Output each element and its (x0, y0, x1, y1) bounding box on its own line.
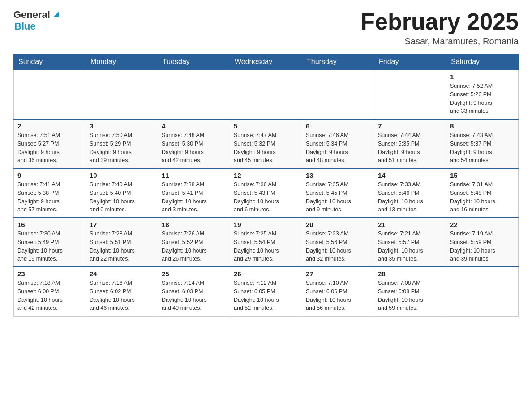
day-info: Sunrise: 7:51 AM Sunset: 5:27 PM Dayligh… (17, 131, 82, 165)
calendar-header-saturday: Saturday (446, 54, 519, 70)
calendar-header-tuesday: Tuesday (158, 54, 230, 70)
page-header: General Blue February 2025 Sasar, Maramu… (13, 9, 519, 47)
calendar-week-2: 2Sunrise: 7:51 AM Sunset: 5:27 PM Daylig… (14, 119, 519, 168)
day-number: 26 (234, 270, 298, 278)
day-number: 4 (162, 122, 226, 130)
day-number: 28 (378, 270, 442, 278)
day-number: 6 (306, 122, 370, 130)
day-info: Sunrise: 7:25 AM Sunset: 5:54 PM Dayligh… (234, 230, 298, 263)
day-number: 20 (306, 221, 370, 228)
calendar-cell: 11Sunrise: 7:38 AM Sunset: 5:41 PM Dayli… (158, 168, 230, 218)
day-number: 8 (450, 122, 515, 130)
day-info: Sunrise: 7:16 AM Sunset: 6:02 PM Dayligh… (90, 279, 154, 313)
calendar-cell: 4Sunrise: 7:48 AM Sunset: 5:30 PM Daylig… (158, 119, 230, 168)
day-number: 22 (450, 221, 515, 228)
calendar-cell: 12Sunrise: 7:36 AM Sunset: 5:43 PM Dayli… (230, 168, 302, 218)
day-number: 10 (90, 171, 154, 179)
calendar-cell: 22Sunrise: 7:19 AM Sunset: 5:59 PM Dayli… (446, 218, 519, 267)
day-info: Sunrise: 7:26 AM Sunset: 5:52 PM Dayligh… (162, 230, 226, 263)
calendar-cell: 3Sunrise: 7:50 AM Sunset: 5:29 PM Daylig… (86, 119, 158, 168)
day-number: 14 (378, 171, 442, 179)
calendar-week-5: 23Sunrise: 7:18 AM Sunset: 6:00 PM Dayli… (14, 267, 519, 316)
day-info: Sunrise: 7:40 AM Sunset: 5:40 PM Dayligh… (90, 180, 154, 214)
title-block: February 2025 Sasar, Maramures, Romania (360, 9, 519, 47)
calendar-cell: 26Sunrise: 7:12 AM Sunset: 6:05 PM Dayli… (230, 267, 302, 316)
calendar-cell (446, 267, 519, 316)
day-number: 25 (162, 270, 226, 278)
day-number: 5 (234, 122, 298, 130)
day-number: 7 (378, 122, 442, 130)
day-number: 19 (234, 221, 298, 228)
calendar-cell: 20Sunrise: 7:23 AM Sunset: 5:56 PM Dayli… (302, 218, 374, 267)
logo-blue-text: Blue (14, 21, 36, 32)
day-number: 17 (90, 221, 154, 228)
day-info: Sunrise: 7:52 AM Sunset: 5:26 PM Dayligh… (450, 82, 515, 116)
calendar-cell (302, 70, 374, 119)
calendar-cell: 24Sunrise: 7:16 AM Sunset: 6:02 PM Dayli… (86, 267, 158, 316)
calendar-header-row: SundayMondayTuesdayWednesdayThursdayFrid… (14, 54, 519, 70)
day-info: Sunrise: 7:10 AM Sunset: 6:06 PM Dayligh… (306, 279, 370, 313)
day-info: Sunrise: 7:30 AM Sunset: 5:49 PM Dayligh… (17, 230, 82, 263)
calendar-cell: 27Sunrise: 7:10 AM Sunset: 6:06 PM Dayli… (302, 267, 374, 316)
day-info: Sunrise: 7:38 AM Sunset: 5:41 PM Dayligh… (162, 180, 226, 214)
calendar-header-monday: Monday (86, 54, 158, 70)
day-info: Sunrise: 7:43 AM Sunset: 5:37 PM Dayligh… (450, 131, 515, 165)
day-number: 15 (450, 171, 515, 179)
calendar-table: SundayMondayTuesdayWednesdayThursdayFrid… (13, 54, 519, 317)
calendar-cell: 2Sunrise: 7:51 AM Sunset: 5:27 PM Daylig… (14, 119, 86, 168)
calendar-cell: 18Sunrise: 7:26 AM Sunset: 5:52 PM Dayli… (158, 218, 230, 267)
day-info: Sunrise: 7:08 AM Sunset: 6:08 PM Dayligh… (378, 279, 442, 313)
day-number: 16 (17, 221, 82, 228)
logo-general-text: General (13, 9, 50, 21)
calendar-cell: 19Sunrise: 7:25 AM Sunset: 5:54 PM Dayli… (230, 218, 302, 267)
day-info: Sunrise: 7:35 AM Sunset: 5:45 PM Dayligh… (306, 180, 370, 214)
calendar-cell: 17Sunrise: 7:28 AM Sunset: 5:51 PM Dayli… (86, 218, 158, 267)
day-info: Sunrise: 7:36 AM Sunset: 5:43 PM Dayligh… (234, 180, 298, 214)
calendar-week-1: 1Sunrise: 7:52 AM Sunset: 5:26 PM Daylig… (14, 70, 519, 119)
logo: General Blue (13, 9, 61, 32)
calendar-cell: 28Sunrise: 7:08 AM Sunset: 6:08 PM Dayli… (374, 267, 446, 316)
calendar-cell: 6Sunrise: 7:46 AM Sunset: 5:34 PM Daylig… (302, 119, 374, 168)
logo-triangle-icon (51, 9, 61, 19)
calendar-cell: 16Sunrise: 7:30 AM Sunset: 5:49 PM Dayli… (14, 218, 86, 267)
calendar-header-sunday: Sunday (14, 54, 86, 70)
calendar-cell (86, 70, 158, 119)
calendar-cell: 13Sunrise: 7:35 AM Sunset: 5:45 PM Dayli… (302, 168, 374, 218)
day-info: Sunrise: 7:41 AM Sunset: 5:38 PM Dayligh… (17, 180, 82, 214)
calendar-cell (374, 70, 446, 119)
day-number: 2 (17, 122, 82, 130)
day-info: Sunrise: 7:31 AM Sunset: 5:48 PM Dayligh… (450, 180, 515, 214)
calendar-cell (158, 70, 230, 119)
calendar-cell: 15Sunrise: 7:31 AM Sunset: 5:48 PM Dayli… (446, 168, 519, 218)
svg-marker-0 (53, 11, 59, 17)
day-info: Sunrise: 7:46 AM Sunset: 5:34 PM Dayligh… (306, 131, 370, 165)
day-info: Sunrise: 7:19 AM Sunset: 5:59 PM Dayligh… (450, 230, 515, 263)
day-info: Sunrise: 7:44 AM Sunset: 5:35 PM Dayligh… (378, 131, 442, 165)
day-number: 24 (90, 270, 154, 278)
calendar-week-4: 16Sunrise: 7:30 AM Sunset: 5:49 PM Dayli… (14, 218, 519, 267)
day-number: 11 (162, 171, 226, 179)
calendar-cell: 1Sunrise: 7:52 AM Sunset: 5:26 PM Daylig… (446, 70, 519, 119)
calendar-header-wednesday: Wednesday (230, 54, 302, 70)
day-info: Sunrise: 7:47 AM Sunset: 5:32 PM Dayligh… (234, 131, 298, 165)
day-number: 12 (234, 171, 298, 179)
day-number: 13 (306, 171, 370, 179)
day-number: 27 (306, 270, 370, 278)
calendar-cell: 5Sunrise: 7:47 AM Sunset: 5:32 PM Daylig… (230, 119, 302, 168)
calendar-cell (14, 70, 86, 119)
day-info: Sunrise: 7:21 AM Sunset: 5:57 PM Dayligh… (378, 230, 442, 263)
day-info: Sunrise: 7:33 AM Sunset: 5:46 PM Dayligh… (378, 180, 442, 214)
day-info: Sunrise: 7:12 AM Sunset: 6:05 PM Dayligh… (234, 279, 298, 313)
month-title: February 2025 (360, 9, 519, 34)
calendar-week-3: 9Sunrise: 7:41 AM Sunset: 5:38 PM Daylig… (14, 168, 519, 218)
calendar-cell: 10Sunrise: 7:40 AM Sunset: 5:40 PM Dayli… (86, 168, 158, 218)
day-info: Sunrise: 7:14 AM Sunset: 6:03 PM Dayligh… (162, 279, 226, 313)
day-number: 9 (17, 171, 82, 179)
calendar-header-thursday: Thursday (302, 54, 374, 70)
calendar-cell: 8Sunrise: 7:43 AM Sunset: 5:37 PM Daylig… (446, 119, 519, 168)
day-number: 18 (162, 221, 226, 228)
day-info: Sunrise: 7:23 AM Sunset: 5:56 PM Dayligh… (306, 230, 370, 263)
calendar-cell: 9Sunrise: 7:41 AM Sunset: 5:38 PM Daylig… (14, 168, 86, 218)
calendar-cell: 14Sunrise: 7:33 AM Sunset: 5:46 PM Dayli… (374, 168, 446, 218)
day-info: Sunrise: 7:18 AM Sunset: 6:00 PM Dayligh… (17, 279, 82, 313)
